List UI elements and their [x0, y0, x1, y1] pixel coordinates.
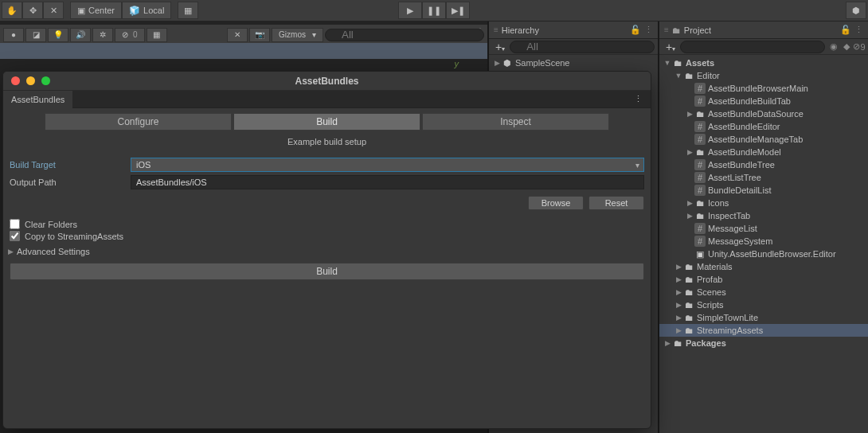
- foldout-icon[interactable]: [663, 59, 672, 67]
- viewcam-button[interactable]: 📷: [249, 28, 270, 42]
- hidden-packages-icon[interactable]: ⊘9: [854, 41, 865, 53]
- editor-folder[interactable]: 🖿Editor: [659, 69, 868, 82]
- foldout-icon[interactable]: [674, 288, 683, 296]
- foldout-icon[interactable]: [674, 275, 683, 283]
- window-titlebar[interactable]: AssetBundles: [3, 72, 651, 91]
- drag-icon: ≡: [664, 25, 669, 34]
- project-search-wrap: ⌕: [680, 41, 825, 53]
- local-icon: 🧊: [129, 6, 140, 16]
- audio-toggle-button[interactable]: 🔊: [70, 28, 91, 42]
- clear-folders-checkbox[interactable]: [10, 219, 20, 229]
- script-item[interactable]: #AssetListTree: [659, 171, 868, 184]
- streaming-assets-folder[interactable]: 🖿StreamingAssets: [659, 324, 868, 337]
- script-item[interactable]: #AssetBundleManageTab: [659, 133, 868, 146]
- profab-folder[interactable]: 🖿Profab: [659, 273, 868, 286]
- reset-button[interactable]: Reset: [588, 196, 644, 210]
- play-button[interactable]: ▶: [398, 2, 422, 19]
- script-item[interactable]: #MessageList: [659, 222, 868, 235]
- center-label: Center: [88, 6, 115, 15]
- foldout-icon[interactable]: [674, 326, 683, 334]
- script-item[interactable]: #BundleDetailList: [659, 184, 868, 197]
- materials-folder[interactable]: 🖿Materials: [659, 260, 868, 273]
- icons-folder[interactable]: 🖿Icons: [659, 197, 868, 209]
- eye-off-icon: ⊘: [122, 30, 128, 39]
- script-icon: #: [694, 159, 706, 170]
- lock-icon[interactable]: 🔓: [630, 25, 641, 35]
- search-by-type-icon[interactable]: ◉: [828, 41, 839, 53]
- add-button[interactable]: +▾: [492, 41, 508, 53]
- tab-assetbundles[interactable]: AssetBundles: [3, 91, 72, 108]
- foldout-icon[interactable]: [685, 212, 694, 220]
- packages-folder[interactable]: 🖿Packages: [659, 337, 868, 349]
- tab-inspect[interactable]: Inspect: [422, 113, 609, 131]
- hidden-objects-button[interactable]: ⊘0: [115, 28, 145, 42]
- step-button[interactable]: ▶❚: [446, 2, 470, 19]
- scene-search-input[interactable]: [325, 29, 484, 41]
- foldout-icon[interactable]: [685, 199, 694, 207]
- scene-label: SampleScene: [515, 58, 570, 68]
- foldout-icon[interactable]: [674, 314, 683, 322]
- project-search-input[interactable]: [680, 41, 825, 53]
- foldout-icon[interactable]: [663, 339, 672, 347]
- maximize-window-button[interactable]: [41, 76, 50, 85]
- assets-folder[interactable]: 🖿Assets: [659, 57, 868, 69]
- tab-build[interactable]: Build: [233, 113, 420, 131]
- inspect-tab-folder[interactable]: 🖿InspectTab: [659, 209, 868, 222]
- lighting-toggle-button[interactable]: 💡: [48, 28, 68, 42]
- hierarchy-subbar: +▾ ⌕: [489, 39, 658, 55]
- move-tool-button[interactable]: ✥: [22, 2, 43, 19]
- script-item[interactable]: #AssetBundleBrowserMain: [659, 82, 868, 95]
- add-button[interactable]: +▾: [663, 41, 678, 53]
- shading-mode-button[interactable]: ●: [3, 28, 24, 42]
- camera-button[interactable]: ✕: [227, 28, 248, 42]
- foldout-icon[interactable]: [674, 263, 683, 271]
- panel-menu-icon[interactable]: ⋮: [854, 25, 863, 35]
- gizmos-dropdown[interactable]: Gizmos▾: [272, 28, 323, 42]
- scripts-folder[interactable]: 🖿Scripts: [659, 298, 868, 311]
- hand-tool-button[interactable]: ✋: [2, 2, 22, 19]
- scene-viewport[interactable]: [0, 43, 487, 59]
- hierarchy-search-input[interactable]: [510, 41, 655, 53]
- grid-toggle-button[interactable]: ▦: [147, 28, 167, 42]
- simpletown-folder[interactable]: 🖿SimpleTownLite: [659, 311, 868, 324]
- pause-button[interactable]: ❚❚: [422, 2, 446, 19]
- package-manager-button[interactable]: ⬢: [846, 2, 866, 19]
- sphere-icon: ●: [11, 30, 16, 39]
- script-item[interactable]: #AssetBundleBuildTab: [659, 95, 868, 107]
- model-folder[interactable]: 🖿AssetBundleModel: [659, 146, 868, 158]
- minimize-window-button[interactable]: [26, 76, 35, 85]
- foldout-icon[interactable]: [674, 72, 683, 80]
- data-source-folder[interactable]: 🖿AssetBundleDataSource: [659, 107, 868, 120]
- folder-icon: 🖿: [672, 57, 683, 68]
- asmdef-item[interactable]: ▣Unity.AssetBundleBrowser.Editor: [659, 248, 868, 260]
- lock-icon[interactable]: 🔓: [840, 25, 851, 35]
- close-window-button[interactable]: [11, 76, 20, 85]
- script-item[interactable]: #AssetBundleTree: [659, 158, 868, 171]
- copy-streaming-checkbox[interactable]: [10, 231, 20, 241]
- foldout-icon[interactable]: [685, 110, 694, 118]
- search-by-label-icon[interactable]: ◆: [841, 41, 852, 53]
- local-pivot-button[interactable]: 🧊Local: [122, 2, 171, 19]
- foldout-icon[interactable]: [674, 301, 683, 309]
- tab-configure[interactable]: Configure: [45, 113, 232, 131]
- advanced-settings-row[interactable]: ▶ Advanced Settings: [8, 242, 646, 261]
- foldout-icon[interactable]: [492, 59, 502, 67]
- foldout-icon[interactable]: [685, 148, 694, 156]
- output-path-input[interactable]: [131, 175, 644, 189]
- fx-toggle-button[interactable]: ✲: [92, 28, 113, 42]
- folder-icon: 🖿: [683, 274, 694, 285]
- browse-button[interactable]: Browse: [528, 196, 584, 210]
- script-item[interactable]: #MessageSystem: [659, 235, 868, 248]
- scenes-folder[interactable]: 🖿Scenes: [659, 286, 868, 298]
- tools-button[interactable]: ✕: [43, 2, 64, 19]
- sub-tabs: Configure Build Inspect: [45, 113, 609, 131]
- tab-menu-button[interactable]: ⋮: [626, 94, 651, 104]
- scene-item[interactable]: ⬢ SampleScene: [489, 57, 658, 69]
- script-item[interactable]: #AssetBundleEditor: [659, 120, 868, 133]
- snap-button[interactable]: ▦: [178, 2, 198, 19]
- center-pivot-button[interactable]: ▣Center: [70, 2, 122, 19]
- build-target-dropdown[interactable]: iOS: [131, 158, 644, 172]
- panel-menu-icon[interactable]: ⋮: [644, 25, 653, 35]
- 2d-toggle-button[interactable]: ◪: [25, 28, 46, 42]
- build-button[interactable]: Build: [10, 263, 644, 280]
